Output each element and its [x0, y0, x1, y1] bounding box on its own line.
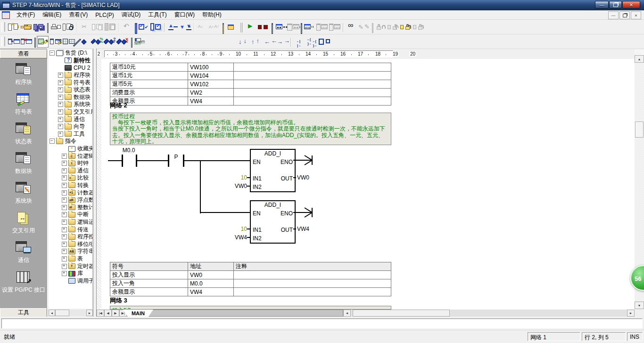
tree-expander[interactable]	[62, 161, 67, 166]
tree-expander[interactable]	[62, 227, 67, 232]
tools-section-header[interactable]: 工具	[0, 308, 47, 317]
comment-cell[interactable]	[233, 72, 391, 80]
compile-all-button[interactable]	[150, 21, 162, 33]
tree-expander[interactable]	[50, 50, 55, 56]
download-button[interactable]	[179, 21, 191, 33]
address-cell[interactable]: M0.0	[188, 279, 234, 288]
navigation-item[interactable]: 数据块	[0, 150, 47, 180]
scrollbar-thumb[interactable]	[635, 122, 644, 138]
tree-item[interactable]: 状态表	[49, 86, 92, 94]
tree-item[interactable]: 传送	[49, 226, 92, 233]
tree-item[interactable]: 调用子例程	[49, 277, 92, 285]
comment-cell[interactable]	[233, 63, 391, 72]
tree-expander[interactable]	[58, 87, 63, 92]
out-operand[interactable]: VW0	[297, 174, 325, 181]
scroll-left-icon[interactable]: ◄	[343, 310, 351, 317]
symbol-cell[interactable]: 消费显示	[110, 89, 188, 97]
apply-symbols-percent-button[interactable]	[91, 36, 103, 48]
tree-item[interactable]: 交叉引用	[49, 108, 92, 116]
comment-cell[interactable]	[233, 80, 391, 89]
force-pen-button[interactable]	[358, 21, 370, 33]
network3-comment[interactable]: 投入5角	[110, 306, 391, 310]
tree-horizontal-scrollbar[interactable]: ◄ ►	[49, 310, 93, 316]
in2-operand[interactable]: VW4	[219, 234, 247, 241]
tree-expander[interactable]	[62, 264, 67, 269]
navigation-item[interactable]: 系统块	[0, 180, 47, 210]
force-button[interactable]	[374, 21, 386, 33]
symbol-table-view-button[interactable]	[133, 36, 145, 48]
tree-expander[interactable]	[62, 183, 67, 188]
mdi-close-button[interactable]: ×	[631, 11, 641, 19]
symbol-row[interactable]: 余额显示 VW4	[110, 288, 391, 296]
scrollbar-thumb[interactable]	[55, 310, 69, 316]
close-button[interactable]: ✕	[622, 1, 640, 8]
tree-expander[interactable]	[58, 95, 63, 100]
unforce-button[interactable]	[387, 21, 399, 33]
network2-title[interactable]: 网络 2	[110, 101, 127, 110]
box-button[interactable]	[318, 36, 330, 48]
tree-expander[interactable]	[62, 190, 67, 196]
pause-chart-status-button[interactable]	[316, 21, 328, 33]
tree-item[interactable]: 中断	[49, 211, 92, 219]
tree-expander[interactable]	[50, 139, 55, 144]
tree-item[interactable]: 系统块	[49, 101, 92, 108]
new-button[interactable]	[8, 21, 19, 33]
comment-cell[interactable]	[233, 271, 391, 279]
print-preview-button[interactable]	[62, 21, 74, 33]
coil-button[interactable]	[305, 36, 317, 48]
tree-expander[interactable]	[62, 220, 67, 225]
tree-item[interactable]: 移位/循环	[49, 240, 92, 248]
comment-cell[interactable]	[233, 279, 391, 288]
navigation-item[interactable]: 设置 PG/PC 接口	[0, 269, 47, 299]
sort-ascending-button[interactable]	[208, 21, 220, 33]
tree-expander[interactable]	[58, 73, 63, 78]
tree-item[interactable]: 定时器	[49, 262, 92, 270]
symbol-cell[interactable]: 退币10元	[110, 63, 188, 72]
symbol-cell[interactable]: 退币5元	[110, 80, 188, 89]
run-button[interactable]	[245, 21, 256, 33]
tree-expander[interactable]	[62, 249, 67, 254]
tree-expander[interactable]	[58, 124, 63, 129]
edit-symbol-table-button[interactable]	[50, 36, 61, 48]
add-i-block[interactable]: ADD_I EN ENO IN1 IN2 OUT	[250, 200, 296, 244]
mdi-restore-button[interactable]	[619, 11, 630, 19]
network2-comment[interactable]: 投币过程 每投下一枚硬币，投入显示将增加相应的币值，余额也增加同样的币值。当按下…	[110, 113, 391, 145]
tree-item[interactable]: 转换	[49, 182, 92, 189]
menu-item[interactable]: 文件(F)	[13, 10, 39, 20]
tree-item[interactable]: 程序控制	[49, 233, 92, 241]
pane-splitter[interactable]	[93, 49, 97, 318]
restore-button[interactable]	[609, 1, 622, 8]
sort-descending-button[interactable]	[196, 21, 207, 33]
prev-tab-button[interactable]: ◀	[104, 310, 112, 317]
tree-item[interactable]: 工具	[49, 131, 92, 138]
tree-item[interactable]: 计数器	[49, 189, 92, 196]
comment-cell[interactable]	[233, 97, 391, 106]
navigation-item[interactable]: 程序块	[0, 61, 47, 91]
add-i-block[interactable]: ADD_I EN ENO IN1 IN2 OUT	[250, 149, 296, 192]
address-cell[interactable]: VW102	[188, 80, 234, 89]
symbol-cell[interactable]: 退币1元	[110, 72, 188, 80]
address-cell[interactable]: VW0	[188, 271, 234, 279]
tree-item[interactable]: 新特性	[49, 57, 92, 65]
contact-button[interactable]	[293, 36, 305, 48]
navigation-item[interactable]: 符号表	[0, 91, 47, 121]
minimize-button[interactable]: —	[595, 1, 609, 8]
in2-operand[interactable]: VW0	[219, 183, 247, 189]
out-operand[interactable]: VW4	[297, 226, 325, 232]
first-tab-button[interactable]: |◀	[97, 310, 104, 317]
menu-item[interactable]: 帮助(H)	[198, 10, 225, 20]
tree-item[interactable]: 售货 (D:\	[49, 49, 92, 57]
address-cell[interactable]: VW100	[188, 63, 234, 72]
menu-item[interactable]: 工具(T)	[144, 10, 170, 20]
tree-expander[interactable]	[58, 117, 63, 122]
tree-expander[interactable]	[62, 234, 67, 239]
cut-button[interactable]	[79, 21, 91, 33]
program-status-button[interactable]	[274, 21, 286, 33]
in1-operand[interactable]: 10	[219, 226, 247, 232]
menu-item[interactable]: 编辑(E)	[39, 10, 65, 20]
symbol-row[interactable]: 退币5元 VW102	[110, 80, 391, 89]
tree-expander[interactable]	[62, 168, 67, 173]
apply-symbols-button[interactable]	[79, 36, 91, 48]
symbol-info-table-button[interactable]	[37, 36, 49, 48]
line-left-button[interactable]	[264, 36, 275, 48]
